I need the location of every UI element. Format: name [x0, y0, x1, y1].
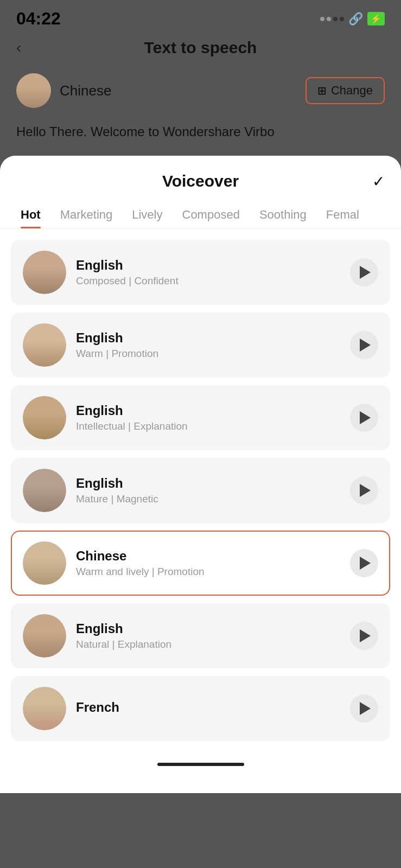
home-indicator	[157, 763, 244, 766]
play-icon-6	[360, 629, 371, 642]
voice-info-6: English Natural | Explanation	[76, 621, 340, 650]
sheet-title: Voiceover	[162, 172, 239, 190]
sheet-header: Voiceover ✓	[0, 156, 401, 196]
back-button[interactable]: ‹	[16, 39, 21, 56]
face-4	[23, 469, 66, 512]
voice-avatar-7	[23, 687, 66, 730]
signal-dot-4	[340, 17, 344, 21]
voice-avatar-6	[23, 614, 66, 658]
tab-soothing[interactable]: Soothing	[250, 201, 316, 228]
voice-avatar-4	[23, 469, 66, 512]
face-7	[23, 687, 66, 730]
voice-card-5[interactable]: Chinese Warm and lively | Promotion	[11, 531, 390, 596]
face-2	[23, 323, 66, 367]
link-icon: 🔗	[348, 12, 363, 26]
tab-lively[interactable]: Lively	[122, 201, 172, 228]
voice-tags-1: Composed | Confident	[76, 275, 340, 287]
change-icon: ⊞	[317, 84, 327, 97]
face-1	[23, 251, 66, 294]
voice-tags-4: Mature | Magnetic	[76, 493, 340, 505]
signal-dot-1	[320, 17, 324, 21]
bottom-sheet: Voiceover ✓ Hot Marketing Lively Compose…	[0, 156, 401, 793]
voice-info-2: English Warm | Promotion	[76, 330, 340, 360]
tab-hot[interactable]: Hot	[11, 201, 50, 228]
voice-lang-4: English	[76, 476, 340, 491]
voice-left: Chinese	[16, 73, 111, 108]
play-icon-1	[360, 266, 371, 279]
bottom-indicator	[0, 752, 401, 771]
preview-text: Hello There. Welcome to Wondershare Virb…	[0, 117, 401, 156]
signal-dot-3	[333, 17, 338, 21]
play-button-6[interactable]	[350, 622, 378, 650]
face-3	[23, 396, 66, 439]
voice-tags-2: Warm | Promotion	[76, 348, 340, 360]
voice-info-7: French	[76, 700, 340, 717]
voice-card-2[interactable]: English Warm | Promotion	[11, 312, 390, 378]
play-icon-5	[360, 557, 371, 570]
play-icon-3	[360, 411, 371, 424]
voice-lang-6: English	[76, 621, 340, 636]
voice-card-7[interactable]: French	[11, 676, 390, 741]
voice-selector: Chinese ⊞ Change	[0, 68, 401, 117]
top-bar: ‹ Text to speech	[0, 33, 401, 68]
play-icon-7	[360, 702, 371, 715]
voice-info-1: English Composed | Confident	[76, 258, 340, 287]
voice-tags-5: Warm and lively | Promotion	[76, 566, 340, 578]
play-button-7[interactable]	[350, 694, 378, 723]
play-icon-2	[360, 339, 371, 352]
tab-composed[interactable]: Composed	[173, 201, 250, 228]
voice-info-4: English Mature | Magnetic	[76, 476, 340, 505]
voice-tags-6: Natural | Explanation	[76, 639, 340, 650]
voice-card-1[interactable]: English Composed | Confident	[11, 240, 390, 305]
voice-card-4[interactable]: English Mature | Magnetic	[11, 458, 390, 523]
voice-info-5: Chinese Warm and lively | Promotion	[76, 548, 340, 578]
avatar-face	[16, 73, 51, 108]
tab-marketing[interactable]: Marketing	[50, 201, 123, 228]
play-button-3[interactable]	[350, 404, 378, 432]
confirm-button[interactable]: ✓	[372, 173, 385, 190]
tab-female[interactable]: Femal	[316, 201, 369, 228]
voice-avatar-2	[23, 323, 66, 367]
voice-tags-3: Intellectual | Explanation	[76, 420, 340, 432]
voice-list: English Composed | Confident English War…	[0, 229, 401, 752]
status-time: 04:22	[16, 9, 61, 29]
signal-dots	[320, 17, 344, 21]
face-5	[23, 541, 66, 585]
voice-avatar-1	[23, 251, 66, 294]
voice-lang-7: French	[76, 700, 340, 715]
play-button-5[interactable]	[350, 549, 378, 577]
voice-name-label: Chinese	[60, 82, 111, 99]
voice-card-6[interactable]: English Natural | Explanation	[11, 603, 390, 668]
change-button[interactable]: ⊞ Change	[305, 77, 385, 104]
play-button-1[interactable]	[350, 258, 378, 286]
status-icons: 🔗 ⚡	[320, 12, 385, 26]
voice-card-3[interactable]: English Intellectual | Explanation	[11, 385, 390, 450]
signal-dot-2	[327, 17, 331, 21]
tabs-row: Hot Marketing Lively Composed Soothing F…	[0, 196, 401, 229]
voice-avatar-5	[23, 541, 66, 585]
voice-info-3: English Intellectual | Explanation	[76, 403, 340, 432]
voice-lang-2: English	[76, 330, 340, 346]
status-bar: 04:22 🔗 ⚡	[0, 0, 401, 33]
voice-lang-5: Chinese	[76, 548, 340, 564]
face-6	[23, 614, 66, 658]
play-button-2[interactable]	[350, 331, 378, 359]
play-icon-4	[360, 484, 371, 497]
battery-icon: ⚡	[367, 12, 385, 25]
voice-avatar-3	[23, 396, 66, 439]
avatar	[16, 73, 51, 108]
voice-lang-3: English	[76, 403, 340, 418]
change-button-label: Change	[331, 84, 373, 98]
voice-lang-1: English	[76, 258, 340, 273]
play-button-4[interactable]	[350, 476, 378, 505]
page-title: Text to speech	[144, 39, 257, 57]
